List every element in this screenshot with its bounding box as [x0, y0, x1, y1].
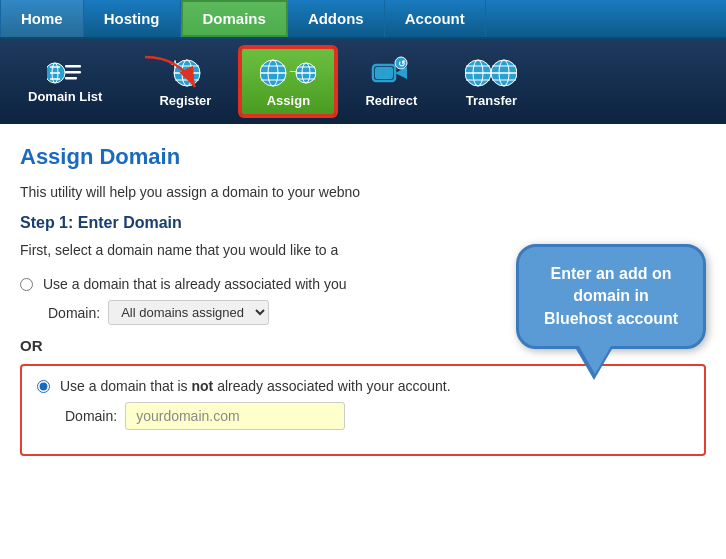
option1-label: Use a domain that is already associated … [43, 276, 347, 292]
arrow-indicator [140, 52, 200, 92]
nav-hosting[interactable]: Hosting [84, 0, 181, 37]
svg-text:↺: ↺ [398, 59, 406, 69]
speech-bubble: Enter an add on domain in Bluehost accou… [516, 244, 706, 349]
subnav-redirect[interactable]: ↺ Redirect [346, 49, 436, 114]
assign-icon: → [260, 55, 316, 91]
option2-label: Use a domain that is not already associa… [60, 378, 451, 394]
redirect-icon: ↺ [371, 55, 411, 91]
content-area: Enter an add on domain in Bluehost accou… [0, 124, 726, 476]
subnav-transfer[interactable]: Transfer [446, 49, 536, 114]
svg-rect-27 [375, 67, 393, 79]
subnav-domain-list-label: Domain List [28, 89, 102, 104]
page-title: Assign Domain [20, 144, 706, 170]
option2-row: Use a domain that is not already associa… [37, 378, 689, 394]
subnav-redirect-label: Redirect [365, 93, 417, 108]
domain-label-2: Domain: [65, 408, 117, 424]
step-title: Step 1: Enter Domain [20, 214, 706, 232]
intro-text: This utility will help you assign a doma… [20, 184, 706, 200]
svg-rect-5 [65, 65, 81, 68]
domain-input-row: Domain: [65, 402, 689, 430]
svg-rect-7 [65, 77, 77, 80]
subnav-assign-label: Assign [267, 93, 310, 108]
nav-account[interactable]: Account [385, 0, 486, 37]
top-nav: Home Hosting Domains Addons Account [0, 0, 726, 39]
subnav-transfer-label: Transfer [466, 93, 517, 108]
transfer-icon [465, 55, 517, 91]
domain-select[interactable]: All domains assigned [108, 300, 269, 325]
sub-nav: Domain List [0, 39, 726, 124]
nav-addons[interactable]: Addons [288, 0, 385, 37]
nav-home[interactable]: Home [0, 0, 84, 37]
option1-radio[interactable] [20, 278, 33, 291]
subnav-domain-list[interactable]: Domain List [10, 53, 120, 110]
svg-rect-6 [65, 71, 81, 74]
domain-input[interactable] [125, 402, 345, 430]
nav-domains[interactable]: Domains [181, 0, 288, 37]
option2-radio[interactable] [37, 380, 50, 393]
domain-list-icon [47, 59, 83, 87]
domain-label-1: Domain: [48, 305, 100, 321]
subnav-register-label: Register [159, 93, 211, 108]
subnav-assign[interactable]: → Assign [240, 47, 336, 116]
